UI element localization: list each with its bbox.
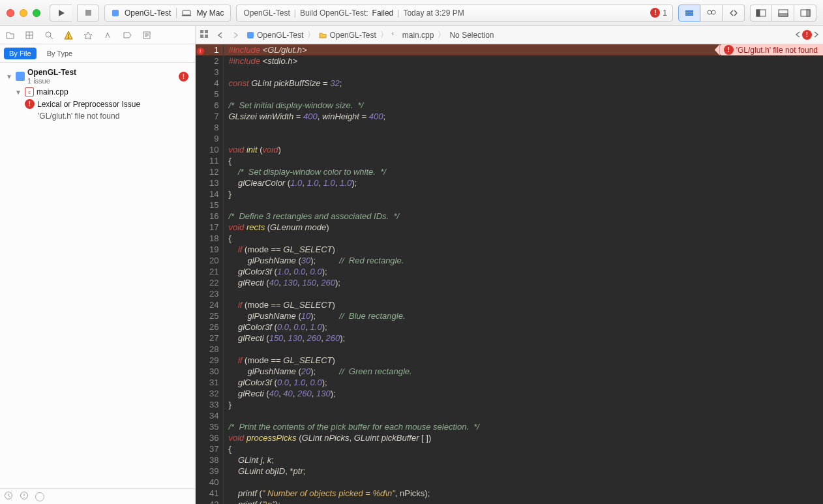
code-line[interactable]: 29 if (mode == GL_SELECT) [196,355,823,366]
code-line[interactable]: 41 printf (" Number of objects picked = … [196,488,823,499]
code-content[interactable]: { [223,443,823,454]
line-number[interactable]: 31 [205,377,223,388]
code-line[interactable]: 22 glRecti (40, 130, 150, 260); [196,277,823,288]
code-line[interactable]: 33} [196,399,823,410]
code-line[interactable]: 23 [196,288,823,299]
code-content[interactable] [223,67,823,78]
minimize-window-button[interactable] [20,9,27,17]
code-line[interactable]: 18{ [196,233,823,244]
gutter-error-cell[interactable] [196,399,205,410]
line-number[interactable]: 3 [205,67,223,78]
code-line[interactable]: 28 [196,344,823,355]
code-line[interactable]: 6/* Set initial display-window size. */ [196,100,823,111]
code-content[interactable] [223,288,823,299]
line-number[interactable]: 6 [205,100,223,111]
next-issue-button[interactable] [813,31,819,40]
gutter-error-cell[interactable] [196,266,205,277]
issue-navigator-tab[interactable] [63,31,74,40]
code-line[interactable]: 10void init (void) [196,144,823,155]
code-line[interactable]: 9 [196,133,823,144]
code-content[interactable] [223,410,823,421]
code-line[interactable]: 13 glClearColor (1.0, 1.0, 1.0, 1.0); [196,177,823,188]
back-button[interactable] [213,29,227,42]
forward-button[interactable] [228,29,243,42]
breadcrumb-group[interactable]: OpenGL-Test [319,31,376,40]
line-number[interactable]: 22 [205,277,223,288]
issue-stepper-badge[interactable]: ! [802,30,812,40]
gutter-error-cell[interactable] [196,288,205,299]
code-line[interactable]: 24 if (mode == GL_SELECT) [196,299,823,310]
issue-project-row[interactable]: ▼ OpenGL-Test 1 issue ! [3,67,192,86]
line-number[interactable]: 5 [205,89,223,100]
line-number[interactable]: 34 [205,410,223,421]
code-line[interactable]: 34 [196,410,823,421]
code-line[interactable]: 2#include <stdio.h> [196,55,823,67]
line-number[interactable]: 29 [205,355,223,366]
code-line[interactable]: 35/* Print the contents of the pick buff… [196,421,823,432]
code-line[interactable]: 40 [196,477,823,488]
gutter-error-cell[interactable] [196,421,205,432]
code-line[interactable]: 26 glColor3f (0.0, 0.0, 1.0); [196,321,823,333]
gutter-error-cell[interactable]: ! [196,44,205,55]
code-content[interactable]: if (mode == GL_SELECT) [223,355,823,366]
line-number[interactable]: 26 [205,321,223,333]
code-line[interactable]: 15 [196,200,823,211]
gutter-error-cell[interactable] [196,133,205,144]
line-number[interactable]: 40 [205,477,223,488]
code-content[interactable] [223,344,823,355]
line-number[interactable]: 37 [205,443,223,454]
assistant-editor-button[interactable] [700,5,723,22]
code-line[interactable]: 36void processPicks (GLint nPicks, GLuin… [196,432,823,443]
code-content[interactable]: glClearColor (1.0, 1.0, 1.0, 1.0); [223,177,823,188]
breadcrumb-file[interactable]: c main.cpp [392,31,434,40]
code-content[interactable] [223,133,823,144]
code-content[interactable]: glColor3f (1.0, 0.0, 0.0); [223,266,823,277]
code-content[interactable]: glRecti (40, 130, 150, 260); [223,277,823,288]
project-navigator-tab[interactable] [4,31,16,40]
toggle-left-panel-button[interactable] [750,5,772,22]
line-number[interactable]: 38 [205,454,223,466]
gutter-error-cell[interactable] [196,333,205,344]
issue-detail-row[interactable]: 'GL/glut.h' file not found [3,110,192,122]
version-editor-button[interactable] [723,5,745,22]
line-number[interactable]: 39 [205,466,223,477]
code-content[interactable]: /* Set display-window color to white. */ [223,166,823,177]
issue-entry-row[interactable]: ! Lexical or Preprocessor Issue [3,98,192,110]
code-content[interactable]: printf ("\n"); [223,499,823,504]
code-content[interactable]: /* Define 3 rectangles and associated ID… [223,211,823,222]
code-line[interactable]: 42 printf ("\n"); [196,499,823,504]
gutter-error-cell[interactable] [196,233,205,244]
scheme-selector[interactable]: OpenGL-Test My Mac [104,5,231,22]
code-content[interactable]: glPushName (30); // Red rectangle. [223,255,823,266]
close-window-button[interactable] [7,9,14,17]
gutter-error-cell[interactable] [196,111,205,122]
line-number[interactable]: 1 [205,44,223,55]
breadcrumb-symbol[interactable]: No Selection [449,31,494,40]
test-navigator-tab[interactable] [82,31,94,40]
code-line[interactable]: 27 glRecti (150, 130, 260, 260); [196,333,823,344]
code-content[interactable]: } [223,188,823,200]
line-number[interactable]: 41 [205,488,223,499]
related-items-button[interactable] [200,29,209,40]
zoom-window-button[interactable] [33,9,40,17]
debug-navigator-tab[interactable] [102,31,113,40]
code-content[interactable] [223,200,823,211]
activity-viewer[interactable]: OpenGL-Test | Build OpenGL-Test: Failed … [236,5,673,22]
gutter-error-cell[interactable] [196,67,205,78]
gutter-error-cell[interactable] [196,488,205,499]
inline-error-banner[interactable]: ! 'GL/glut.h' file not found [720,44,823,55]
line-number[interactable]: 20 [205,255,223,266]
gutter-error-cell[interactable] [196,100,205,111]
line-number[interactable]: 33 [205,399,223,410]
code-content[interactable]: { [223,155,823,166]
gutter-error-cell[interactable] [196,344,205,355]
filter-by-file[interactable]: By File [4,48,37,59]
gutter-error-cell[interactable] [196,466,205,477]
gutter-error-cell[interactable] [196,277,205,288]
disclosure-triangle-icon[interactable]: ▼ [5,73,13,80]
line-number[interactable]: 10 [205,144,223,155]
gutter-error-cell[interactable] [196,321,205,333]
line-number[interactable]: 18 [205,233,223,244]
gutter-error-cell[interactable] [196,188,205,200]
code-line[interactable]: 5 [196,89,823,100]
